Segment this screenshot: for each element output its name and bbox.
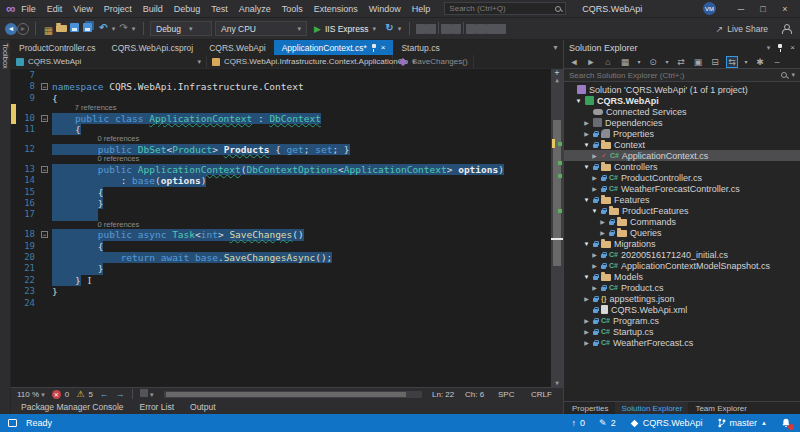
caret-icon[interactable]: ▾ (664, 56, 670, 68)
collapsed-arrow-icon[interactable]: ▶ (591, 284, 598, 291)
close-button[interactable]: × (774, 4, 796, 14)
tree-item-connected-services[interactable]: Connected Services (564, 106, 800, 117)
expanded-arrow-icon[interactable]: ▼ (583, 274, 590, 280)
start-debugging-button[interactable]: ▶ IIS Express ▾ (310, 24, 380, 34)
tree-item-productfeatures[interactable]: ▼ProductFeatures (564, 205, 800, 216)
expanded-arrow-icon[interactable]: ▼ (583, 197, 590, 203)
collapsed-arrow-icon[interactable]: ▶ (599, 218, 606, 225)
toolbox-tab[interactable]: Toolbox (1, 43, 10, 69)
save-all-icon[interactable] (81, 21, 94, 34)
pin-icon[interactable] (371, 44, 377, 52)
menu-help[interactable]: Help (412, 4, 431, 14)
navigate-backward-icon[interactable]: ← (100, 389, 109, 399)
se-tab-team-explorer[interactable]: Team Explorer (689, 402, 753, 414)
tree-item-program-cs[interactable]: ▶C#Program.cs (564, 315, 800, 326)
code-editor[interactable]: 78−namespace CQRS.WebApi.Infrastructure.… (11, 69, 563, 387)
quick-search-box[interactable]: Search (Ctrl+Q) (444, 2, 566, 15)
collapse-box-icon[interactable]: − (41, 83, 48, 90)
collapsed-arrow-icon[interactable]: ▶ (591, 185, 598, 192)
expanded-arrow-icon[interactable]: ▼ (583, 164, 590, 170)
collapse-box-icon[interactable]: − (41, 166, 48, 173)
pending-edits-count[interactable]: ✎ 2 (599, 418, 616, 428)
save-icon[interactable] (68, 21, 81, 34)
tree-item-migrations[interactable]: ▼Migrations (564, 238, 800, 249)
caret-icon[interactable]: ▾ (743, 56, 749, 68)
tag-dropdown[interactable]: ▾ (140, 389, 154, 399)
sync-icon[interactable]: ⇄ (675, 56, 687, 68)
panel-tab-error-list[interactable]: Error List (140, 402, 174, 412)
tree-item-context[interactable]: ▼Context (564, 139, 800, 150)
tab-startup-cs[interactable]: Startup.cs (393, 40, 447, 55)
collapsed-arrow-icon[interactable]: ▶ (583, 130, 590, 137)
maximize-button[interactable]: □ (752, 4, 774, 14)
forward-icon[interactable]: ► (585, 56, 597, 68)
bookmark-next-icon[interactable] (486, 24, 496, 34)
collapse-box-icon[interactable]: − (41, 115, 48, 122)
clock-icon[interactable]: ⊙ (647, 56, 659, 68)
window-menu-icon[interactable]: ▾ (767, 44, 771, 52)
collapsed-arrow-icon[interactable]: ▶ (583, 339, 590, 346)
scroll-up-arrow[interactable]: ▲ (551, 76, 563, 83)
codelens-references[interactable]: 0 references (98, 155, 140, 164)
sync-active-document-icon[interactable]: ⇆ (726, 56, 738, 68)
tree-item-dependencies[interactable]: ▶Dependencies (564, 117, 800, 128)
caret-icon[interactable]: ▾ (636, 56, 642, 68)
tree-item-applicationcontextmodelsnapshot-cs[interactable]: ▶C#ApplicationContextModelSnapshot.cs (564, 260, 800, 271)
redo-icon[interactable] (117, 21, 130, 34)
warning-count[interactable]: ⚠5 (76, 389, 93, 399)
pending-push-count[interactable]: ↑ 0 (572, 418, 586, 428)
codelens-references[interactable]: 0 references (98, 135, 140, 144)
expanded-arrow-icon[interactable]: ▼ (583, 142, 590, 148)
collapse-box-icon[interactable]: − (41, 231, 48, 238)
undo-icon[interactable] (97, 21, 110, 34)
tree-item-cqrs-webapi-xml[interactable]: CQRS.WebApi.xml (564, 304, 800, 315)
type-dropdown[interactable]: CQRS.WebApi.Infrastructure.Context.Appli… (207, 55, 393, 68)
menu-project[interactable]: Project (104, 4, 132, 14)
codelens-references[interactable]: 0 references (98, 221, 140, 230)
menu-tools[interactable]: Tools (282, 4, 303, 14)
screenshot-icon[interactable] (426, 24, 436, 34)
editor-vertical-scrollbar[interactable]: + ▲ ▼ (551, 69, 563, 387)
home-icon[interactable]: ⌂ (602, 56, 614, 68)
menu-test[interactable]: Test (211, 4, 228, 14)
close-tab-icon[interactable]: × (381, 43, 386, 52)
tree-item-solution-cqrs-webapi-1-of-1-project-[interactable]: Solution 'CQRS.WebApi' (1 of 1 project) (564, 84, 800, 95)
dash-icon[interactable]: – (771, 56, 783, 68)
navigate-to-icon[interactable] (441, 24, 451, 34)
tree-item-commands[interactable]: ▶Commands (564, 216, 800, 227)
nest-icon[interactable]: ▣ (692, 56, 704, 68)
branch-picker[interactable]: master ▲ (717, 418, 767, 428)
tree-item-controllers[interactable]: ▼Controllers (564, 161, 800, 172)
minimize-button[interactable]: ─ (730, 4, 752, 14)
find-in-files-icon[interactable] (451, 24, 461, 34)
zoom-dropdown[interactable]: 110 % ▾ (17, 390, 45, 399)
collapsed-arrow-icon[interactable]: ▶ (591, 251, 598, 258)
project-dropdown[interactable]: CQRS.WebApi ▾ (11, 55, 207, 68)
close-panel-icon[interactable]: × (790, 43, 795, 52)
feedback-icon[interactable] (416, 24, 426, 34)
solution-explorer-search[interactable]: Search Solution Explorer (Ctrl+;) ▾ (564, 69, 800, 82)
tab-cqrs-webapi[interactable]: CQRS.WebApi (201, 40, 274, 55)
tree-item-weatherforecast-cs[interactable]: ▶C#WeatherForecast.cs (564, 337, 800, 348)
notifications-bell[interactable] (781, 418, 792, 429)
add-user-icon[interactable] (781, 24, 791, 34)
user-avatar[interactable]: VM (703, 2, 716, 15)
repository-picker[interactable]: CQRS.WebApi (630, 418, 703, 428)
menu-analyze[interactable]: Analyze (239, 4, 271, 14)
bookmark-icon[interactable] (466, 24, 476, 34)
collapsed-arrow-icon[interactable]: ▶ (591, 262, 598, 269)
codelens-references[interactable]: 7 references (75, 104, 117, 113)
expanded-arrow-icon[interactable]: ▼ (583, 241, 590, 247)
hscroll-thumb[interactable] (166, 392, 406, 397)
tree-item-productcontroller-cs[interactable]: ▶C#ProductController.cs (564, 172, 800, 183)
collapsed-arrow-icon[interactable]: ▶ (599, 229, 606, 236)
collapsed-arrow-icon[interactable]: ▶ (583, 295, 590, 302)
menu-window[interactable]: Window (369, 4, 401, 14)
open-folder-icon[interactable] (55, 21, 68, 34)
solution-configurations-dropdown[interactable]: Debug▾ (150, 21, 212, 36)
new-project-icon[interactable] (42, 24, 55, 37)
navigate-forward-icon[interactable]: → (116, 389, 125, 399)
collapse-all-icon[interactable]: ⊟ (709, 56, 721, 68)
menu-file[interactable]: File (21, 4, 36, 14)
collapsed-arrow-icon[interactable]: ▶ (591, 152, 598, 159)
